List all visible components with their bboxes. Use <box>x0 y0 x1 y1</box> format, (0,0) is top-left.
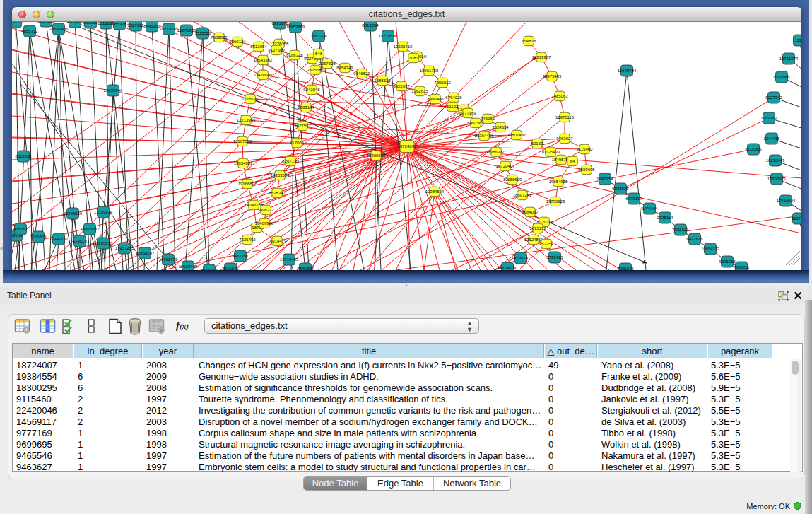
svg-text:8454749: 8454749 <box>336 66 353 70</box>
svg-text:62160: 62160 <box>531 141 543 146</box>
svg-text:8813054: 8813054 <box>362 23 379 28</box>
svg-text:7386322: 7386322 <box>488 150 505 154</box>
svg-text:8466160: 8466160 <box>143 24 160 28</box>
svg-text:10671355: 10671355 <box>177 28 196 33</box>
svg-text:435061: 435061 <box>13 227 28 231</box>
svg-text:19654923: 19654923 <box>549 180 568 184</box>
svg-text:9242848: 9242848 <box>303 88 320 92</box>
svg-text:9245052: 9245052 <box>719 259 736 264</box>
svg-text:114519: 114519 <box>73 239 87 243</box>
svg-text:1117: 1117 <box>795 38 801 42</box>
svg-text:20206516: 20206516 <box>64 211 83 216</box>
svg-text:9427552: 9427552 <box>294 124 311 128</box>
svg-text:18724007: 18724007 <box>398 144 417 148</box>
svg-text:8322037: 8322037 <box>393 84 410 88</box>
svg-text:154808: 154808 <box>522 39 536 43</box>
svg-text:7857224: 7857224 <box>310 34 327 38</box>
svg-text:23420046: 23420046 <box>254 73 273 77</box>
svg-text:16782759: 16782759 <box>159 257 178 262</box>
svg-text:5498222: 5498222 <box>257 208 274 212</box>
svg-text:1928327: 1928327 <box>12 22 24 24</box>
svg-text:14353594: 14353594 <box>271 173 290 177</box>
svg-text:7955812: 7955812 <box>434 81 451 85</box>
svg-text:9777169: 9777169 <box>459 111 476 115</box>
svg-text:1362615: 1362615 <box>411 89 428 93</box>
svg-text:12213969: 12213969 <box>237 118 256 122</box>
svg-text:3624554: 3624554 <box>492 125 509 129</box>
svg-text:16961758: 16961758 <box>420 69 439 73</box>
svg-text:12923468: 12923468 <box>179 264 198 269</box>
svg-text:8121913: 8121913 <box>201 268 218 270</box>
svg-text:13325419: 13325419 <box>394 45 413 49</box>
svg-text:3675685: 3675685 <box>307 68 324 72</box>
svg-text:12213967: 12213967 <box>532 55 551 59</box>
svg-text:16543362: 16543362 <box>254 58 273 62</box>
svg-text:18807249: 18807249 <box>513 193 532 197</box>
svg-text:9127509: 9127509 <box>268 48 285 52</box>
svg-text:4055712: 4055712 <box>21 29 38 33</box>
svg-text:2388496: 2388496 <box>66 22 83 24</box>
svg-text:2718126: 2718126 <box>242 97 259 101</box>
svg-text:8990448: 8990448 <box>427 97 444 101</box>
svg-text:9699695: 9699695 <box>578 168 595 172</box>
svg-text:10653287: 10653287 <box>110 22 129 26</box>
svg-text:9860124: 9860124 <box>229 40 246 44</box>
svg-text:19218506: 19218506 <box>379 34 398 38</box>
svg-text:6794028: 6794028 <box>445 95 462 100</box>
svg-text:17016504: 17016504 <box>777 199 796 203</box>
svg-text:9115460: 9115460 <box>577 147 594 151</box>
svg-text:9463627: 9463627 <box>556 136 573 141</box>
svg-text:12505135: 12505135 <box>94 241 113 245</box>
svg-text:19166827: 19166827 <box>238 182 257 186</box>
svg-text:7849808: 7849808 <box>297 267 314 270</box>
svg-text:1080: 1080 <box>408 56 418 60</box>
svg-text:252254: 252254 <box>539 242 554 246</box>
svg-text:6679197: 6679197 <box>625 197 642 201</box>
svg-text:1733426: 1733426 <box>546 255 563 259</box>
svg-text:15720407: 15720407 <box>496 164 515 168</box>
svg-text:8186328: 8186328 <box>286 53 303 57</box>
svg-text:7515526: 7515526 <box>194 31 211 35</box>
svg-text:9474444: 9474444 <box>641 206 658 211</box>
svg-text:10958107: 10958107 <box>136 251 155 255</box>
svg-text:9457791: 9457791 <box>232 254 249 258</box>
svg-text:10654112: 10654112 <box>701 247 720 251</box>
svg-text:15751074: 15751074 <box>779 57 799 61</box>
svg-text:8215955: 8215955 <box>745 147 762 151</box>
svg-text:15716485: 15716485 <box>280 257 299 262</box>
svg-text:20691406: 20691406 <box>49 27 69 31</box>
svg-text:2513542: 2513542 <box>222 267 239 270</box>
svg-text:19384554: 19384554 <box>425 189 445 194</box>
svg-text:6497568: 6497568 <box>467 121 484 125</box>
svg-text:7485063: 7485063 <box>551 94 568 98</box>
svg-text:7632621: 7632621 <box>672 228 689 232</box>
svg-text:10107552: 10107552 <box>233 139 252 144</box>
svg-text:64: 64 <box>570 159 575 163</box>
svg-text:0564139: 0564139 <box>37 22 54 23</box>
svg-text:21364436: 21364436 <box>475 134 494 138</box>
svg-text:4005242: 4005242 <box>617 267 634 270</box>
svg-text:14136141: 14136141 <box>512 256 531 260</box>
svg-text:16648784: 16648784 <box>618 69 637 73</box>
svg-text:10025433: 10025433 <box>541 150 560 154</box>
svg-text:17359934: 17359934 <box>94 210 113 214</box>
svg-text:16914479: 16914479 <box>268 239 287 243</box>
svg-text:17957255: 17957255 <box>115 246 134 250</box>
svg-text:2616652: 2616652 <box>15 154 32 158</box>
svg-text:1156829: 1156829 <box>30 235 47 239</box>
svg-text:10719185: 10719185 <box>160 27 179 31</box>
svg-text:9084067: 9084067 <box>522 210 539 214</box>
svg-text:2803144: 2803144 <box>298 105 314 110</box>
svg-text:4874016: 4874016 <box>499 266 516 270</box>
svg-text:9653287: 9653287 <box>82 22 99 25</box>
svg-text:2588520: 2588520 <box>374 78 391 83</box>
svg-text:15692971: 15692971 <box>767 177 787 181</box>
svg-text:19756923: 19756923 <box>546 199 565 204</box>
svg-text:9227342: 9227342 <box>765 95 782 100</box>
svg-text:7868011: 7868011 <box>734 265 751 269</box>
svg-text:917006: 917006 <box>290 141 305 145</box>
svg-text:10807487: 10807487 <box>507 133 526 137</box>
svg-text:10973493: 10973493 <box>543 74 562 78</box>
svg-text:8471626: 8471626 <box>686 237 703 241</box>
svg-text:12975115: 12975115 <box>555 115 575 119</box>
